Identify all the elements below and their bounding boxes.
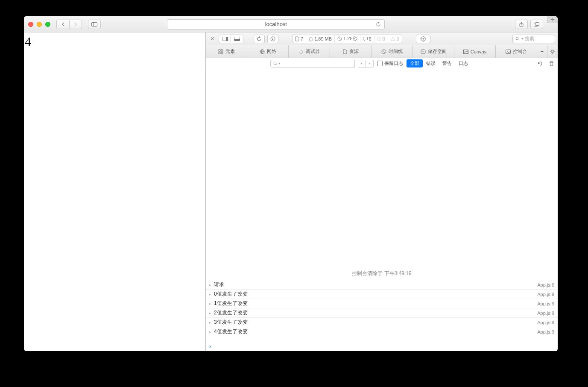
svg-point-30 <box>552 51 553 53</box>
console-log-row[interactable]: ▸4值发生了改变App.js:9 <box>206 327 558 336</box>
stats-box: 7 1.89 MB 1.28秒 6 i <box>292 35 402 43</box>
console-filter-bar: ▾ ‹ › 保留日志 全部 错误 警告 日志 <box>206 58 558 69</box>
reload-button[interactable] <box>254 35 265 43</box>
filter-prev-button[interactable]: ‹ <box>358 60 366 67</box>
devtools-search[interactable]: ▾ 搜索 <box>512 35 555 43</box>
inspect-element-button[interactable] <box>416 35 430 43</box>
console-area: 控制台清除于 下午3:49:19 ▸请求App.js:6▸0值发生了改变App.… <box>206 69 558 351</box>
maximize-window-button[interactable] <box>45 22 50 27</box>
titlebar: localhost + <box>24 16 558 32</box>
console-log-row[interactable]: ▸1值发生了改变App.js:9 <box>206 299 558 308</box>
log-source[interactable]: App.js:9 <box>537 301 554 306</box>
console-filter-input[interactable]: ▾ <box>270 60 355 67</box>
page-viewport: 4 <box>24 32 206 351</box>
log-arrow-icon: ▸ <box>209 330 211 334</box>
console-log-rows: ▸请求App.js:6▸0值发生了改变App.js:9▸1值发生了改变App.j… <box>206 280 558 336</box>
page-content: 4 <box>25 34 205 49</box>
close-window-button[interactable] <box>28 22 33 27</box>
dock-right-button[interactable] <box>219 35 231 43</box>
console-log-row[interactable]: ▸3值发生了改变App.js:9 <box>206 317 558 327</box>
forward-button[interactable] <box>69 20 82 29</box>
log-message: 请求 <box>214 281 537 288</box>
svg-rect-4 <box>535 22 539 25</box>
svg-rect-8 <box>234 39 240 41</box>
new-tab-button[interactable]: + <box>547 16 558 23</box>
filter-nav: ‹ › <box>358 60 374 67</box>
level-all[interactable]: 全部 <box>407 59 423 67</box>
settings-button[interactable] <box>547 45 558 58</box>
tab-timeline[interactable]: 时间线 <box>372 45 413 58</box>
svg-rect-11 <box>363 37 367 40</box>
svg-line-32 <box>276 64 277 65</box>
titlebar-right <box>515 20 543 29</box>
svg-rect-0 <box>92 22 97 26</box>
log-arrow-icon: ▸ <box>209 302 211 306</box>
log-message: 2值发生了改变 <box>214 309 537 317</box>
reload-icon[interactable] <box>376 22 381 27</box>
console-output[interactable]: 控制台清除于 下午3:49:19 ▸请求App.js:6▸0值发生了改变App.… <box>206 69 558 341</box>
log-message: 4值发生了改变 <box>214 328 537 335</box>
svg-text:i: i <box>379 38 380 41</box>
stat-warn: 0 <box>388 35 402 43</box>
safari-window: localhost + 4 ✕ <box>24 16 558 351</box>
devtools-panel: ✕ <box>206 32 558 351</box>
svg-rect-19 <box>221 50 223 51</box>
gear-icon <box>550 49 555 54</box>
log-arrow-icon: ▸ <box>209 320 211 325</box>
trash-icon <box>549 61 554 66</box>
tab-console[interactable]: 控制台 <box>496 45 537 58</box>
devtools-close-button[interactable]: ✕ <box>208 35 216 43</box>
tab-network[interactable]: 网络 <box>247 45 289 58</box>
tab-resources[interactable]: 资源 <box>330 45 372 58</box>
dock-bottom-button[interactable] <box>231 35 243 43</box>
stat-messages: 6 <box>360 35 374 43</box>
log-source[interactable]: App.js:9 <box>537 292 554 297</box>
search-icon <box>515 37 520 41</box>
filter-next-button[interactable]: › <box>366 60 374 67</box>
tabs-button[interactable] <box>530 20 543 29</box>
level-warn[interactable]: 警告 <box>439 59 455 67</box>
search-icon <box>273 62 278 66</box>
console-log-row[interactable]: ▸0值发生了改变App.js:9 <box>206 289 558 299</box>
svg-line-17 <box>518 39 520 41</box>
tab-debugger[interactable]: 调试器 <box>289 45 330 58</box>
log-message: 0值发生了改变 <box>214 290 537 298</box>
level-error[interactable]: 错误 <box>423 59 439 67</box>
log-source[interactable]: App.js:9 <box>537 311 554 316</box>
console-clear-message: 控制台清除于 下午3:49:19 <box>206 69 558 280</box>
tab-elements[interactable]: 元素 <box>206 45 247 58</box>
tab-storage[interactable]: 储存空间 <box>413 45 454 58</box>
clear-console-button[interactable] <box>547 60 555 67</box>
console-log-row[interactable]: ▸请求App.js:6 <box>206 280 558 289</box>
tab-canvas[interactable]: Canvas <box>454 45 496 58</box>
level-log[interactable]: 日志 <box>455 59 471 67</box>
refresh-console-button[interactable] <box>536 60 544 67</box>
svg-rect-20 <box>219 52 220 54</box>
log-arrow-icon: ▸ <box>209 283 211 287</box>
stat-info: i 0 <box>374 35 388 43</box>
log-source[interactable]: App.js:9 <box>537 329 554 334</box>
console-prompt[interactable]: › <box>206 341 558 351</box>
svg-point-16 <box>516 37 518 40</box>
svg-point-27 <box>421 50 425 51</box>
nav-buttons <box>56 20 82 29</box>
add-tab-button[interactable]: + <box>537 45 547 58</box>
log-arrow-icon: ▸ <box>209 292 211 296</box>
window-controls <box>28 22 50 27</box>
log-level-filters: 全部 错误 警告 日志 <box>407 59 471 67</box>
share-button[interactable] <box>515 20 528 29</box>
preserve-log-input[interactable] <box>377 61 383 66</box>
minimize-window-button[interactable] <box>37 22 42 27</box>
preserve-log-checkbox[interactable]: 保留日志 <box>377 60 403 67</box>
download-button[interactable] <box>267 35 278 43</box>
log-source[interactable]: App.js:9 <box>537 320 554 325</box>
back-button[interactable] <box>56 20 69 29</box>
stat-time: 1.28秒 <box>335 35 360 43</box>
devtools-tabs: 元素 网络 调试器 资源 时间线 <box>206 45 558 58</box>
log-source[interactable]: App.js:6 <box>537 282 554 287</box>
sidebar-toggle-button[interactable] <box>88 20 101 29</box>
svg-point-31 <box>274 62 276 64</box>
stat-docs: 7 <box>293 35 306 43</box>
address-bar[interactable]: localhost <box>167 19 385 29</box>
console-log-row[interactable]: ▸2值发生了改变App.js:9 <box>206 308 558 317</box>
